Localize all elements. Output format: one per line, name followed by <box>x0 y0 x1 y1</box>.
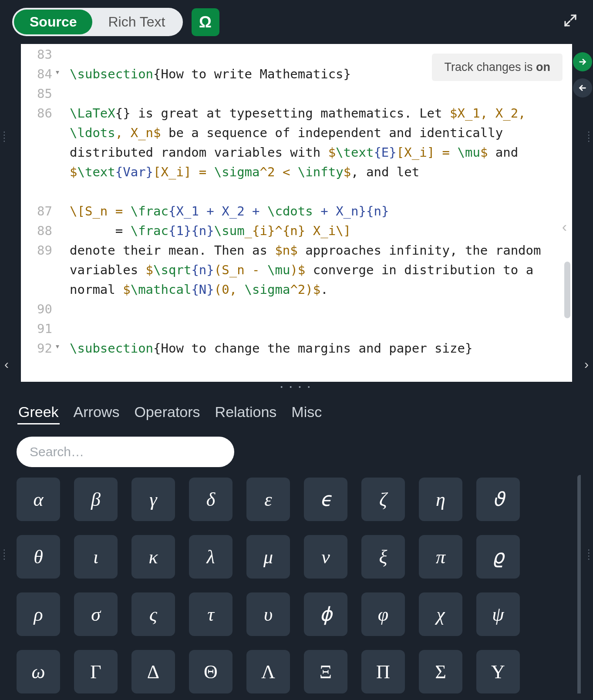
line-number: 83 <box>21 45 52 64</box>
symbol-button[interactable]: μ <box>246 535 290 579</box>
symbol-grid: αβγδεϵζηϑθικλμνξπϱρσςτυϕφχψωΓΔΘΛΞΠΣΥ <box>17 478 576 693</box>
symbol-button[interactable]: Δ <box>131 650 175 693</box>
symbol-button[interactable]: Π <box>361 650 405 693</box>
symbol-search-input[interactable] <box>17 437 234 467</box>
code-line[interactable] <box>70 300 563 319</box>
code-line[interactable]: \[S_n = \frac{X_1 + X_2 + \cdots + X_n}{… <box>70 202 563 221</box>
code-line[interactable] <box>70 84 563 104</box>
tab-source[interactable]: Source <box>14 10 92 34</box>
symbol-button[interactable]: Σ <box>419 650 462 693</box>
line-number: 88 <box>21 221 52 241</box>
track-changes-badge: Track changes is on <box>432 54 563 81</box>
line-number: 85 <box>21 84 52 104</box>
symbol-panel-scrollbar[interactable] <box>577 475 581 693</box>
symbol-button[interactable]: Γ <box>74 650 118 693</box>
symbol-button[interactable]: π <box>419 535 462 579</box>
line-number: 86 <box>21 104 52 202</box>
symbol-category-tabs: GreekArrowsOperatorsRelationsMisc <box>12 392 581 431</box>
symbol-button[interactable]: Θ <box>189 650 232 693</box>
symbol-button[interactable]: ζ <box>361 478 405 521</box>
code-line[interactable] <box>70 319 563 339</box>
symbol-button[interactable]: ι <box>74 535 118 579</box>
symbol-button[interactable]: ϑ <box>476 478 520 521</box>
prev-change-button[interactable] <box>573 78 592 98</box>
symbol-button[interactable]: τ <box>189 592 232 636</box>
symbol-button[interactable]: υ <box>246 592 290 636</box>
line-number: 91 <box>21 319 52 339</box>
next-change-button[interactable] <box>573 52 592 71</box>
symbols-toggle-button[interactable]: Ω <box>192 8 219 36</box>
symbol-button[interactable]: ϱ <box>476 535 520 579</box>
symbol-button[interactable]: ν <box>304 535 347 579</box>
tab-rich-text[interactable]: Rich Text <box>92 10 181 34</box>
symbol-button[interactable]: ϕ <box>304 592 347 636</box>
code-line[interactable]: denote their mean. Then as $n$ approache… <box>70 241 563 300</box>
category-tab-relations[interactable]: Relations <box>214 401 278 424</box>
editor-scrollbar[interactable] <box>564 262 570 318</box>
right-drag-handle-icon[interactable]: •••• <box>588 131 590 143</box>
symbol-button[interactable]: ξ <box>361 535 405 579</box>
symbol-button[interactable]: ϵ <box>304 478 347 521</box>
code-body[interactable]: \subsection{How to write Mathematics}\La… <box>58 44 572 382</box>
line-gutter: 83848586878889909192 <box>21 44 58 382</box>
editor-region: 83848586878889909192 \subsection{How to … <box>0 44 593 382</box>
symbol-button[interactable]: Ξ <box>304 650 347 693</box>
line-number: 84 <box>21 64 52 84</box>
symbol-button[interactable]: λ <box>189 535 232 579</box>
symbol-button[interactable]: δ <box>189 478 232 521</box>
symbol-button[interactable]: ρ <box>17 592 60 636</box>
category-tab-misc[interactable]: Misc <box>290 401 323 424</box>
horizontal-splitter[interactable]: • • • • <box>21 382 572 392</box>
symbol-button[interactable]: ψ <box>476 592 520 636</box>
fullscreen-icon[interactable] <box>560 10 581 34</box>
symbol-button[interactable]: χ <box>419 592 462 636</box>
category-tab-arrows[interactable]: Arrows <box>73 401 121 424</box>
symbol-button[interactable]: Λ <box>246 650 290 693</box>
line-number: 92 <box>21 339 52 358</box>
left-drag-handle-icon[interactable]: •••• <box>3 131 5 143</box>
symbol-button[interactable]: Υ <box>476 650 520 693</box>
line-number: 89 <box>21 241 52 300</box>
symbol-panel: GreekArrowsOperatorsRelationsMisc αβγδεϵ… <box>0 392 593 700</box>
symbol-button[interactable]: σ <box>74 592 118 636</box>
category-tab-greek[interactable]: Greek <box>17 401 60 424</box>
collapse-left-icon[interactable]: ‹ <box>4 357 9 372</box>
symbol-button[interactable]: ς <box>131 592 175 636</box>
line-number: 90 <box>21 300 52 319</box>
symbol-button[interactable]: θ <box>17 535 60 579</box>
symbol-button[interactable]: ω <box>17 650 60 693</box>
code-line[interactable]: \subsection{How to change the margins an… <box>70 339 563 358</box>
review-caret-icon[interactable]: ‹ <box>562 218 567 235</box>
editor-mode-tabs: Source Rich Text <box>12 8 183 36</box>
symbol-button[interactable]: κ <box>131 535 175 579</box>
symbol-button[interactable]: φ <box>361 592 405 636</box>
symbol-button[interactable]: ε <box>246 478 290 521</box>
category-tab-operators[interactable]: Operators <box>133 401 201 424</box>
right-drag-handle-icon[interactable]: •••• <box>588 549 590 561</box>
symbol-button[interactable]: β <box>74 478 118 521</box>
code-editor[interactable]: 83848586878889909192 \subsection{How to … <box>21 44 572 382</box>
symbol-button[interactable]: η <box>419 478 462 521</box>
code-line[interactable]: = \frac{1}{n}\sum_{i}^{n} X_i\] <box>70 221 563 241</box>
left-drag-handle-icon[interactable]: •••• <box>3 549 5 561</box>
collapse-right-icon[interactable]: › <box>584 357 589 372</box>
code-line[interactable]: \LaTeX{} is great at typesetting mathema… <box>70 104 563 202</box>
line-number: 87 <box>21 202 52 221</box>
symbol-button[interactable]: α <box>17 478 60 521</box>
top-toolbar: Source Rich Text Ω <box>0 0 593 44</box>
symbol-button[interactable]: γ <box>131 478 175 521</box>
